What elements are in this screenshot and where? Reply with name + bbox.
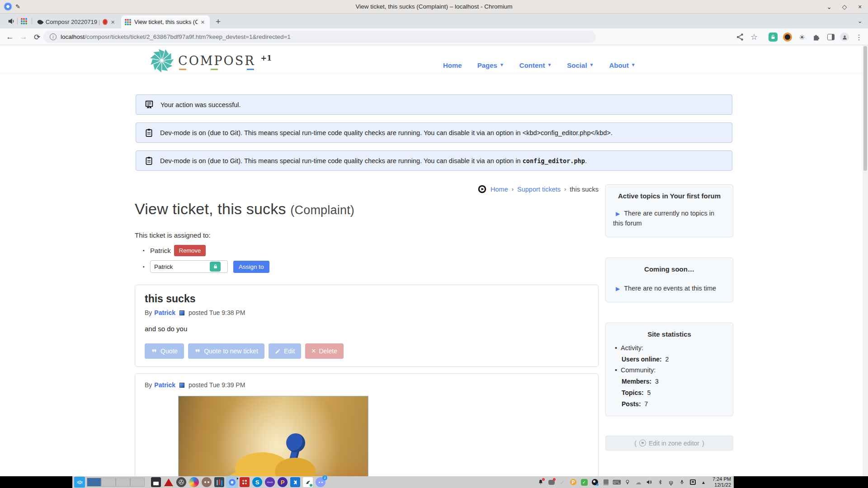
cloud-icon[interactable]: ☁	[635, 479, 642, 486]
assign-row: Assign to	[143, 260, 599, 273]
breadcrumb-support-tickets-link[interactable]: Support tickets	[517, 186, 561, 193]
microphone-icon[interactable]	[678, 479, 685, 486]
camera-extension-icon[interactable]	[783, 33, 792, 42]
arrow-right-icon: ▶	[616, 286, 620, 292]
color-wheel-app-icon[interactable]	[189, 477, 199, 487]
nav-pages[interactable]: Pages▼	[477, 61, 504, 69]
workspace-2[interactable]	[101, 478, 116, 487]
remove-assignee-button[interactable]: Remove	[174, 245, 206, 256]
notification-bell-icon[interactable]	[537, 479, 544, 486]
tab-close-icon[interactable]: ×	[111, 18, 115, 26]
scrollbar-thumb[interactable]	[863, 46, 867, 171]
discord-tray-icon[interactable]	[548, 479, 555, 486]
workspace-4[interactable]	[130, 478, 145, 487]
brightness-sun-icon[interactable]: ☀	[797, 33, 807, 42]
tab-audio-speaker-icon: 🕨	[236, 476, 238, 481]
quote-button[interactable]: Quote	[145, 343, 184, 359]
address-bar[interactable]: i localhost/composr/tickets/ticket/2_638…	[43, 31, 596, 43]
breadcrumb-separator: ›	[564, 186, 566, 192]
new-tab-button[interactable]: +	[216, 17, 221, 27]
reload-button[interactable]: ⟳	[32, 32, 42, 42]
post-byline: By Patrick posted Tue 9:38 PM	[145, 309, 589, 316]
composr-favicon	[125, 19, 131, 25]
bluetooth-icon[interactable]	[656, 479, 664, 486]
tab-close-icon[interactable]: ×	[201, 18, 205, 26]
video-player-icon[interactable]	[151, 477, 161, 487]
workspace-1-active[interactable]	[87, 478, 101, 487]
breadcrumb-home-link[interactable]: Home	[491, 186, 508, 193]
nav-home[interactable]: Home	[443, 61, 462, 69]
nav-social[interactable]: Social▼	[567, 61, 594, 69]
post-timestamp: posted Tue 9:38 PM	[189, 309, 245, 316]
usb-icon[interactable]: ψ	[667, 479, 675, 486]
red-triangle-app-icon[interactable]	[164, 477, 174, 487]
check-circle-tray-icon[interactable]: ✓	[559, 479, 566, 486]
post-actions: Quote Quote to new ticket Edit × Del	[145, 343, 589, 359]
edit-button[interactable]: Edit	[269, 343, 301, 359]
discord-icon[interactable]: 2	[316, 477, 326, 487]
edit-in-zone-editor-button[interactable]: ( ⚑ Edit in zone editor )	[605, 436, 733, 450]
bird-app-icon[interactable]	[303, 477, 313, 487]
author-link[interactable]: Patrick	[154, 309, 175, 316]
lightbulb-icon[interactable]	[624, 479, 631, 486]
tray-expand-arrow-icon[interactable]: ▲	[700, 479, 707, 486]
profile-avatar[interactable]	[840, 33, 849, 42]
extensions-puzzle-icon[interactable]	[812, 33, 821, 42]
red-grid-app-icon[interactable]	[240, 477, 250, 487]
tab-view-ticket[interactable]: View ticket, this sucks (Compl ×	[121, 15, 210, 28]
stats-list: Activity: Users online: 2 Community: Mem…	[613, 344, 726, 408]
p-app-icon[interactable]: P	[278, 477, 288, 487]
p-tray-icon[interactable]: P	[570, 479, 577, 486]
chromium-taskbar-icon[interactable]: 🕨	[227, 477, 237, 487]
gimp-icon[interactable]	[202, 477, 212, 487]
browser-menu-icon[interactable]: ⋮	[854, 33, 863, 42]
network-icon[interactable]	[689, 479, 696, 486]
taskbar-apps: 🕨 S sleek P 2	[151, 477, 326, 487]
notice-text: Dev-mode is on (due to Git). This means …	[160, 157, 587, 164]
obs-tray-icon[interactable]	[591, 479, 599, 486]
scrollbar[interactable]	[863, 45, 868, 476]
username-lock-button[interactable]	[210, 262, 221, 272]
chevron-down-icon: ▼	[547, 62, 552, 67]
screen-recorder-launcher[interactable]	[74, 477, 85, 488]
close-button[interactable]: ×	[856, 3, 863, 10]
nav-about[interactable]: About▼	[609, 61, 635, 69]
post-body: and so do you	[145, 325, 589, 333]
assign-to-button[interactable]: Assign to	[233, 261, 269, 273]
maximize-button[interactable]: ◇	[841, 3, 848, 10]
attached-photo-mac-and-cheese[interactable]	[178, 396, 368, 476]
audio-speaker-icon[interactable]	[7, 17, 15, 25]
volume-icon[interactable]	[646, 479, 653, 486]
delete-button[interactable]: × Delete	[305, 343, 344, 359]
audio-mixer-icon[interactable]	[214, 477, 224, 487]
back-button[interactable]: ←	[5, 32, 15, 42]
vscode-icon[interactable]	[290, 477, 300, 487]
tab-composr-jitsi[interactable]: Composr 20220719 | Jitsi ×	[34, 15, 118, 28]
quote-to-new-ticket-button[interactable]: Quote to new ticket	[188, 343, 264, 359]
author-link[interactable]: Patrick	[154, 381, 175, 389]
skype-icon[interactable]: S	[252, 477, 262, 487]
forward-button[interactable]: →	[18, 32, 29, 42]
padlock-icon	[213, 264, 218, 269]
keyboard-icon[interactable]: ⌨	[613, 479, 620, 486]
quote-icon	[151, 348, 157, 354]
notes-tray-icon[interactable]	[602, 479, 609, 486]
share-icon[interactable]	[736, 33, 745, 42]
sleek-app-icon[interactable]: sleek	[265, 477, 275, 487]
workspace-pager[interactable]	[87, 478, 145, 487]
side-panel-icon[interactable]	[826, 33, 835, 42]
privacy-lock-extension-icon[interactable]	[769, 33, 778, 42]
sidebar: Active topics in Your first forum ▶There…	[605, 184, 733, 450]
workspace-3[interactable]	[116, 478, 130, 487]
green-check-tray-icon[interactable]: ✓	[580, 479, 588, 486]
clipboard-icon	[144, 128, 154, 138]
page-info-icon[interactable]: i	[50, 33, 57, 40]
tabstrip-overflow-chevron-icon[interactable]: ⌄	[857, 17, 863, 24]
pinned-tab-colored-grid-icon[interactable]	[21, 18, 29, 26]
obs-studio-icon[interactable]	[176, 477, 186, 487]
bookmark-star-icon[interactable]: ☆	[750, 33, 759, 42]
taskbar-clock[interactable]: 7:24 PM 12/1/22	[712, 476, 732, 488]
nav-content[interactable]: Content▼	[519, 61, 552, 69]
site-logo[interactable]: COMPOSR +1	[149, 48, 272, 73]
minimize-button[interactable]: ⌄	[826, 3, 833, 10]
